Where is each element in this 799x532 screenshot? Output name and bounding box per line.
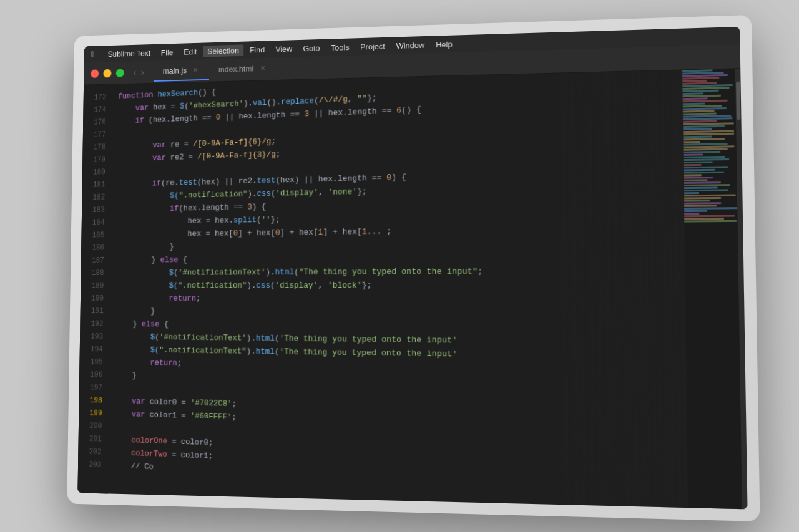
code-token: 1 [362, 225, 367, 239]
scrollbar-thumb[interactable] [736, 81, 740, 120]
tabs-container: main.js ✕ index.html ✕ [154, 59, 277, 81]
code-token: ) { [252, 200, 267, 213]
line-number: 186 [81, 241, 112, 254]
code-token: ( [257, 213, 262, 226]
line-number: 194 [80, 343, 110, 356]
code-token: replace [281, 94, 314, 109]
minimap-line [683, 138, 725, 140]
code-token: } [115, 317, 142, 331]
code-token: || [309, 107, 328, 120]
code-token: . [248, 97, 253, 110]
code-token: , [318, 186, 328, 200]
code-token: // Co [113, 459, 154, 473]
code-token: var [117, 152, 170, 166]
code-token: test [179, 176, 197, 189]
line-number: 176 [83, 115, 113, 129]
forward-arrow-icon[interactable]: › [141, 67, 144, 77]
menu-window[interactable]: Window [391, 39, 430, 51]
minimap-line [682, 69, 712, 72]
code-area[interactable]: function hexSearch() { var hex = $('#hex… [108, 69, 732, 509]
code-token: ; [196, 293, 201, 306]
code-token: 3 [247, 201, 252, 214]
line-number: 200 [79, 419, 109, 433]
line-number: 196 [79, 368, 110, 381]
code-token: '#60FFFF' [190, 410, 232, 424]
code-token: ; [478, 265, 483, 279]
tab-main-js-label: main.js [163, 65, 187, 75]
minimap-line [684, 217, 724, 220]
code-token: hex.length == [153, 112, 216, 127]
minimap-line [684, 150, 720, 153]
menu-view[interactable]: View [271, 42, 297, 55]
menu-find[interactable]: Find [245, 43, 269, 55]
minimap[interactable] [682, 69, 742, 509]
code-token: ] + hex[ [238, 226, 275, 240]
code-token: ). [247, 279, 256, 293]
code-token: $( [115, 279, 178, 293]
code-token: } [116, 254, 160, 267]
maximize-button[interactable] [116, 68, 124, 77]
line-number: 182 [82, 191, 112, 204]
code-token: 'block' [328, 279, 362, 293]
minimap-line [683, 143, 727, 145]
back-arrow-icon[interactable]: ‹ [133, 67, 136, 77]
menu-help[interactable]: Help [431, 37, 458, 50]
minimap-line [684, 212, 699, 214]
line-number: 187 [81, 254, 112, 267]
line-number: 201 [78, 432, 109, 446]
minimap-line [684, 184, 730, 186]
close-button[interactable] [91, 69, 99, 77]
menu-sublime-text[interactable]: Sublime Text [103, 47, 155, 59]
code-token: "" [357, 92, 367, 106]
minimize-button[interactable] [103, 69, 111, 77]
menu-selection[interactable]: Selection [203, 44, 244, 56]
menu-project[interactable]: Project [355, 40, 390, 52]
code-token: } [114, 369, 137, 382]
line-numbers: 1721741761771781791801811821831841851861… [77, 84, 114, 494]
code-token: var [118, 101, 154, 115]
code-token: /\/#/g [319, 93, 348, 107]
line-number: 177 [83, 128, 113, 142]
tab-index-html[interactable]: index.html ✕ [209, 59, 277, 80]
code-token: $( [117, 190, 179, 204]
tab-main-js-close[interactable]: ✕ [192, 65, 200, 74]
code-token: else [142, 318, 164, 331]
code-token: ; [232, 397, 237, 410]
tab-main-js[interactable]: main.js ✕ [154, 60, 210, 81]
code-token: ".notificationText" [159, 344, 247, 358]
code-token: ".notification" [179, 188, 247, 202]
code-token: , [318, 279, 328, 292]
code-token: '#7022C8' [190, 397, 232, 411]
code-token: hex = hex. [116, 214, 233, 228]
minimap-line [683, 112, 717, 115]
code-token: '' [262, 213, 271, 226]
minimap-line [683, 135, 712, 138]
minimap-line [684, 168, 715, 171]
code-token: ). [247, 332, 256, 345]
minimap-line [683, 105, 722, 107]
code-token: ".notification" [178, 279, 247, 293]
code-token: ( [294, 266, 299, 279]
code-token: 3 [305, 108, 310, 121]
code-token: 0 [233, 227, 238, 240]
code-token: colorTwo [113, 446, 167, 461]
code-token: html [256, 345, 275, 359]
code-token: ( [275, 332, 280, 345]
code-token: ... ; [367, 225, 392, 239]
code-token: $ [115, 266, 174, 279]
code-token [115, 293, 169, 306]
code-token: 'The thing you typed onto the input' [280, 332, 458, 347]
menu-tools[interactable]: Tools [326, 41, 354, 53]
menu-edit[interactable]: Edit [179, 45, 202, 57]
line-number: 184 [82, 216, 112, 230]
minimap-line [683, 102, 705, 105]
menu-file[interactable]: File [156, 46, 178, 58]
minimap-line [684, 205, 717, 207]
code-token: html [275, 266, 295, 279]
apple-logo-icon:  [91, 49, 94, 59]
line-number: 192 [80, 317, 110, 331]
code-token: }; [362, 279, 372, 293]
tab-index-html-close[interactable]: ✕ [258, 64, 267, 72]
menu-goto[interactable]: Goto [298, 42, 325, 54]
minimap-line [684, 155, 725, 158]
